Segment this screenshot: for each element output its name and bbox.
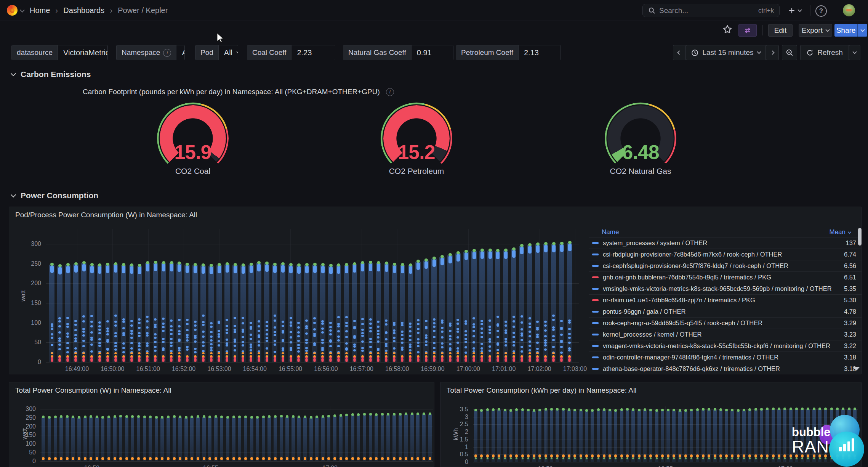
refresh-interval-button[interactable] [849, 45, 860, 60]
time-back-button[interactable] [673, 45, 686, 60]
legend-row[interactable]: odin-controller-manager-9748f4f86-tgkn4 … [589, 351, 862, 363]
data-point [411, 412, 413, 415]
edit-button[interactable]: Edit [768, 24, 793, 37]
bar-cap [289, 266, 293, 273]
grafana-logo-icon[interactable] [7, 5, 18, 16]
section-carbon-emissions[interactable]: Carbon Emissions [11, 70, 91, 79]
data-point [772, 457, 774, 459]
time-range-picker[interactable]: Last 15 minutes [686, 45, 766, 60]
datasource-select[interactable]: VictoriaMetrics [58, 45, 108, 60]
time-forward-button[interactable] [766, 45, 779, 60]
data-point [603, 408, 605, 411]
panel-info-icon[interactable] [386, 88, 394, 96]
data-point [202, 335, 205, 338]
data-point [197, 415, 199, 418]
gas-coeff-input[interactable]: 0.91 [412, 45, 453, 60]
data-point [361, 357, 364, 359]
user-avatar[interactable] [843, 4, 855, 16]
data-point [154, 337, 157, 339]
data-point [106, 348, 109, 350]
add-new-button[interactable] [786, 5, 804, 17]
share-options-button[interactable] [857, 24, 867, 37]
data-point [185, 416, 187, 419]
bar [113, 264, 118, 362]
legend-header-mean[interactable]: Mean [829, 228, 851, 236]
legend-row[interactable]: gnb.oai-gnb.bubbleran-76dbb7554b-t9ql5 /… [589, 271, 862, 283]
top-nav-bar: Home › Dashboards › Power / Kepler Searc… [0, 0, 868, 21]
legend-row[interactable]: kernel_processes / kernel / OTHER3.23 [589, 329, 862, 340]
namespace-select[interactable]: All [176, 45, 185, 60]
bar-cap [488, 251, 492, 259]
data-point [417, 332, 420, 334]
nav-chevron-down-icon[interactable] [20, 8, 25, 13]
data-point [568, 342, 571, 344]
data-point [282, 321, 284, 323]
data-point [521, 454, 524, 457]
legend-series-name: gnb.oai-gnb.bubbleran-76dbb7554b-t9ql5 /… [603, 274, 832, 281]
y-tick-label: 0.5 [460, 451, 468, 458]
petroleum-coeff-input[interactable]: 2.13 [519, 45, 561, 60]
pod-select[interactable]: All [219, 45, 238, 60]
legend-header-name[interactable]: Name [602, 228, 619, 236]
zoom-out-button[interactable] [782, 45, 797, 60]
data-point [178, 330, 181, 332]
data-point [170, 329, 173, 331]
legend-series-name: odin-controller-manager-9748f4f86-tgkn4 … [603, 354, 832, 361]
legend-scrollbar-thumb[interactable] [858, 228, 862, 246]
bar-cap [369, 263, 372, 271]
data-point [417, 357, 420, 359]
data-point [425, 337, 428, 339]
legend-row[interactable]: nr-rfsim.ue1.ue1-7dbb9c6548-zpj7n / trir… [589, 294, 862, 306]
legend-row[interactable]: athena-base-operator-848c7876d6-qk6xz / … [589, 363, 862, 374]
breadcrumb-home[interactable]: Home [30, 6, 50, 15]
total-power-kwh-panel-title[interactable]: Total Power Consumption (kWh per day) in… [447, 386, 636, 395]
favorite-star-button[interactable] [722, 24, 732, 34]
data-point [562, 408, 565, 411]
legend-row[interactable]: vmsingle-vmks-victoria-metrics-k8s-stack… [589, 283, 862, 294]
gridline [46, 244, 579, 244]
carbon-footprint-panel-title[interactable]: Carbon Footprint (pounds per kWh per day… [83, 88, 380, 96]
data-point [234, 345, 236, 347]
public-dashboard-button[interactable] [738, 24, 757, 37]
legend-row[interactable]: vmagent-vmks-victoria-metrics-k8s-stack-… [589, 340, 862, 351]
section-power-consumption[interactable]: Power Consumption [11, 191, 98, 200]
data-point [361, 261, 364, 264]
breadcrumb-dashboards[interactable]: Dashboards [63, 6, 104, 15]
export-button[interactable]: Export [799, 24, 832, 37]
help-button[interactable] [815, 5, 827, 17]
bar [428, 414, 432, 461]
y-tick-label: 250 [26, 414, 36, 421]
share-button[interactable]: Share [834, 24, 857, 37]
x-tick-label: 17:00 [778, 465, 793, 467]
data-point [210, 326, 213, 328]
data-point [429, 412, 431, 415]
data-point [585, 409, 588, 412]
data-point [98, 357, 101, 359]
data-point [122, 332, 125, 334]
data-point [210, 335, 213, 338]
total-power-w-panel-title[interactable]: Total Power Consumption (W) in Namespace… [15, 386, 171, 395]
legend-row[interactable]: csi-cephfsplugin-provisioner-9c5f7f876-l… [589, 260, 862, 271]
data-point [274, 457, 277, 460]
legend-row[interactable]: pontus-96ggn / gaia / OTHER4.78 [589, 306, 862, 317]
info-icon[interactable] [163, 49, 171, 57]
bar [240, 265, 246, 362]
search-input[interactable]: Search... ctrl+k [642, 4, 780, 17]
pod-power-panel-title[interactable]: Pod/Process Power Consumption (W) in Nam… [15, 211, 197, 219]
bar-cap [297, 266, 301, 274]
data-point [170, 325, 173, 327]
data-point [496, 357, 499, 359]
data-point [82, 320, 85, 323]
legend-row[interactable]: csi-rbdplugin-provisioner-7c8b45d6-m7kx6… [589, 249, 862, 260]
x-tick-label: 17:00:00 [456, 366, 480, 372]
gauge-label: CO2 Petroleum [373, 167, 460, 176]
refresh-button[interactable]: Refresh [800, 45, 849, 60]
data-point [456, 347, 459, 350]
legend-scroll-down-icon[interactable] [854, 367, 860, 371]
legend-row[interactable]: system_processes / system / OTHER137 [589, 237, 862, 249]
data-point [464, 250, 468, 253]
coal-coeff-input[interactable]: 2.23 [291, 45, 335, 60]
legend-row[interactable]: rook-ceph-mgr-a-59dd69d5f5-q54l5 / rook-… [589, 317, 862, 329]
data-point [290, 341, 292, 343]
data-point [130, 352, 133, 354]
